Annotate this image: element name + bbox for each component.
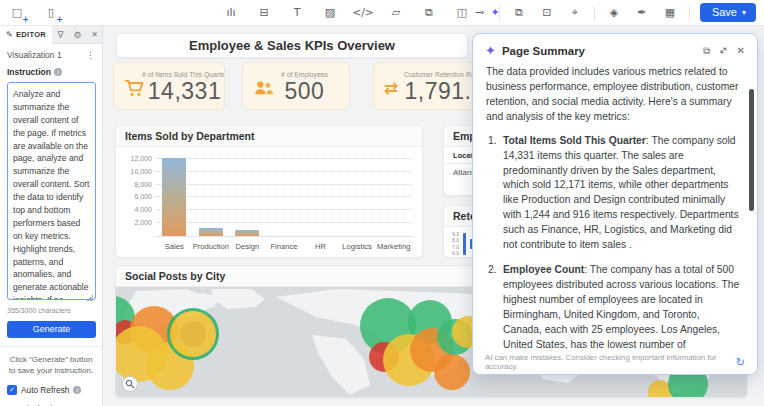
layers-button[interactable]: ◈	[605, 4, 623, 22]
checkbox[interactable]: ✓	[7, 385, 17, 395]
retention-tick-label: 6.0	[452, 250, 459, 256]
map-bubble-orange[interactable]	[434, 354, 470, 390]
y-tick-label: 4,000	[134, 206, 152, 213]
copy-summary-icon[interactable]: ⧉	[703, 45, 710, 57]
generate-button[interactable]: Generate	[7, 321, 96, 338]
magnifier-icon	[125, 379, 135, 389]
instruction-label: Instruction	[7, 67, 51, 77]
tab-editor-label: EDITOR	[16, 30, 46, 39]
people-icon	[253, 79, 274, 97]
summary-body: The data provided includes various metri…	[486, 65, 741, 349]
y-tick-label: 10,000	[131, 168, 152, 175]
summary-item: 2.Employee Count: The company has a tota…	[486, 263, 741, 349]
summary-title: Page Summary	[502, 45, 585, 57]
add-page-button[interactable]: □+	[8, 4, 26, 22]
save-button[interactable]: Save▾	[700, 3, 756, 22]
link-button[interactable]: ⊸	[471, 4, 489, 22]
sidebar-body: Visualization 1 ⋮ Instruction i Analyze …	[0, 44, 102, 406]
instruction-input[interactable]: Analyze and summarize the overall conten…	[7, 82, 96, 300]
summary-item-title: Total Items Sold This Quarter	[503, 135, 646, 146]
x-tick-label: Design	[236, 242, 260, 251]
x-tick-label: HR	[315, 242, 326, 251]
marquee-select-button[interactable]: ⊡	[538, 4, 556, 22]
card-widget-button[interactable]: ⊟	[255, 4, 273, 22]
refresh-icon[interactable]: ↻	[736, 356, 745, 369]
kpi-employees[interactable]: # of Employees 500	[242, 62, 350, 110]
close-summary-icon[interactable]: ✕	[737, 45, 745, 56]
checkbox-row-auto-refresh: ✓Auto Refreshi	[7, 385, 95, 395]
tab-editor[interactable]: ✎ EDITOR	[0, 26, 52, 44]
visualization-row: Visualization 1 ⋮	[7, 50, 95, 60]
kpi-label: # of Employees	[281, 71, 328, 78]
x-tick-label: Logistics	[342, 242, 372, 251]
x-tick-label: Finance	[270, 242, 297, 251]
editor-checkboxes: ✓Auto Refreshi✓Display in Consumption	[7, 385, 95, 406]
html-widget-button[interactable]: </>	[354, 4, 372, 22]
chart-body: 2,0004,0006,0008,00010,00012,000 SalesPr…	[116, 147, 422, 258]
add-widget-button[interactable]: ▯+	[42, 4, 60, 22]
gridline: 4,000	[156, 209, 412, 210]
gridline: 8,000	[156, 184, 412, 185]
toolbar-divider	[594, 6, 595, 20]
duplicate-widget-button[interactable]: ⧉	[420, 4, 438, 22]
ai-disclaimer: AI can make mistakes. Consider checking …	[485, 353, 736, 371]
summary-list: 1.Total Items Sold This Quarter: The com…	[486, 134, 741, 349]
retention-y-axis: 9.08.07.06.0	[452, 231, 459, 256]
filter-tab-icon[interactable]: ∇	[52, 30, 69, 40]
bar-sales[interactable]	[162, 158, 186, 236]
chevron-down-icon: ▾	[742, 8, 746, 17]
summary-tools: ⧉ ↕ ✕	[703, 45, 745, 57]
chart-plot-area: 2,0004,0006,0008,00010,00012,000	[156, 155, 412, 237]
shape-widget-button[interactable]: ▱	[387, 4, 405, 22]
kpi-items-sold[interactable]: # of Items Sold This Quarter 14,331	[113, 62, 225, 110]
page-summary-panel: ✦ Page Summary ⧉ ↕ ✕ The data provided i…	[472, 33, 758, 375]
info-icon: i	[73, 386, 81, 394]
retention-bar[interactable]	[463, 233, 466, 255]
container-widget-button[interactable]: ◫	[453, 4, 471, 22]
format-paint-button[interactable]: ✒	[633, 4, 651, 22]
bar-design[interactable]	[235, 230, 259, 236]
schedule-button[interactable]: ▦	[661, 4, 679, 22]
toolbar-widget-group: ılı⊟T▨</>▱⧉◫✦	[222, 4, 504, 22]
summary-item-number: 2.	[488, 263, 497, 278]
y-tick-label: 2,000	[134, 219, 152, 226]
text-widget-button[interactable]: T	[288, 4, 306, 22]
kpi-value: 14,331	[148, 78, 221, 105]
map-bubble-yellow[interactable]	[167, 308, 219, 360]
gridline: 12,000	[156, 158, 412, 159]
chart-widget-button[interactable]: ılı	[222, 4, 240, 22]
summary-scrollbar-thumb[interactable]	[749, 89, 754, 211]
editor-sidebar: ✎ EDITOR ∇ ⚙ ✕ Visualization 1 ⋮ Instruc…	[0, 26, 103, 406]
gridline: 10,000	[156, 171, 412, 172]
position-button[interactable]: ⌖	[566, 4, 584, 22]
resize-handle[interactable]	[87, 295, 93, 301]
gridline: 2,000	[156, 222, 412, 223]
y-tick-label: 8,000	[134, 181, 152, 188]
sidebar-tab-bar: ✎ EDITOR ∇ ⚙ ✕	[0, 26, 102, 44]
settings-tab-icon[interactable]: ⚙	[69, 30, 86, 40]
kpi-label: # of Items Sold This Quarter	[142, 71, 225, 78]
kebab-menu-icon[interactable]: ⋮	[86, 50, 95, 60]
plus-badge-icon: +	[56, 15, 63, 24]
sync-icon: ⇄	[384, 78, 398, 98]
visualization-label: Visualization 1	[7, 50, 62, 60]
kpi-value: 500	[284, 78, 324, 105]
sidebar-divider	[0, 346, 102, 347]
image-widget-button[interactable]: ▨	[321, 4, 339, 22]
copy-button[interactable]: ⧉	[510, 4, 528, 22]
bar-production[interactable]	[199, 228, 223, 236]
plus-badge-icon: +	[22, 15, 29, 24]
expand-icon[interactable]: ↕	[717, 44, 731, 58]
close-panel-icon[interactable]: ✕	[91, 30, 98, 39]
checkbox-label: Auto Refresh	[21, 385, 69, 395]
summary-intro: The data provided includes various metri…	[486, 65, 741, 125]
chart-title: Items Sold by Department	[116, 126, 422, 147]
instruction-row: Instruction i	[7, 67, 95, 77]
ai-sparkle-icon: ✦	[485, 43, 496, 58]
map-zoom-button[interactable]	[122, 376, 138, 392]
summary-footer: AI can make mistakes. Consider checking …	[473, 350, 757, 374]
y-tick-label: 6,000	[134, 193, 152, 200]
map-bubble-core	[180, 321, 206, 347]
summary-item: 1.Total Items Sold This Quarter: The com…	[486, 134, 741, 253]
summary-header: ✦ Page Summary ⧉ ↕ ✕	[473, 34, 757, 64]
